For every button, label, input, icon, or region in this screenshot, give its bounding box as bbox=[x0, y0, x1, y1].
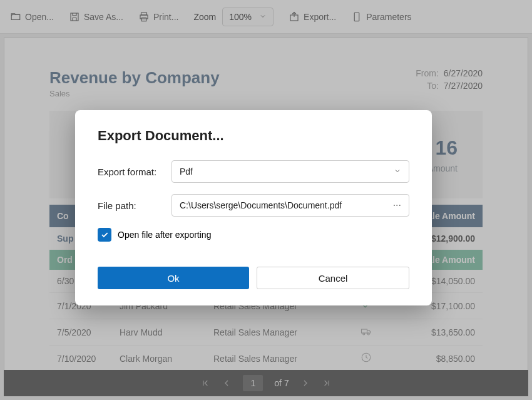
export-dialog: Export Document... Export format: Pdf Fi… bbox=[75, 110, 432, 305]
file-path-label: File path: bbox=[98, 200, 171, 211]
ok-button[interactable]: Ok bbox=[98, 267, 249, 289]
open-after-export-label: Open file after exporting bbox=[118, 230, 211, 240]
export-format-select[interactable]: Pdf bbox=[171, 160, 409, 183]
cancel-button[interactable]: Cancel bbox=[257, 267, 409, 289]
open-after-export-checkbox[interactable] bbox=[98, 228, 111, 242]
file-path-input[interactable]: C:\Users\serge\Documents\Document.pdf ··… bbox=[171, 194, 409, 217]
dialog-title: Export Document... bbox=[98, 128, 409, 144]
ellipsis-icon[interactable]: ··· bbox=[393, 200, 401, 211]
chevron-down-icon bbox=[394, 166, 401, 177]
export-format-label: Export format: bbox=[98, 167, 171, 177]
